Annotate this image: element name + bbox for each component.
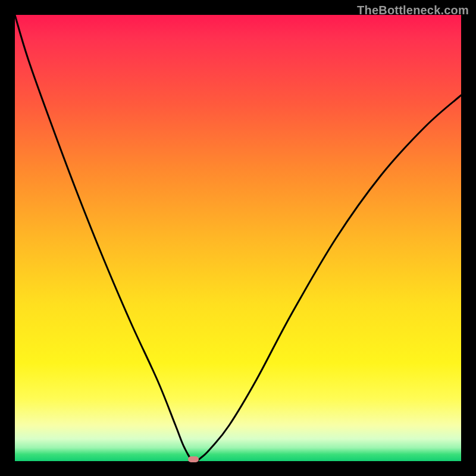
plot-area — [15, 15, 461, 461]
chart-frame: TheBottleneck.com — [0, 0, 476, 476]
bottleneck-curve — [15, 15, 461, 461]
minimum-marker — [188, 456, 199, 462]
